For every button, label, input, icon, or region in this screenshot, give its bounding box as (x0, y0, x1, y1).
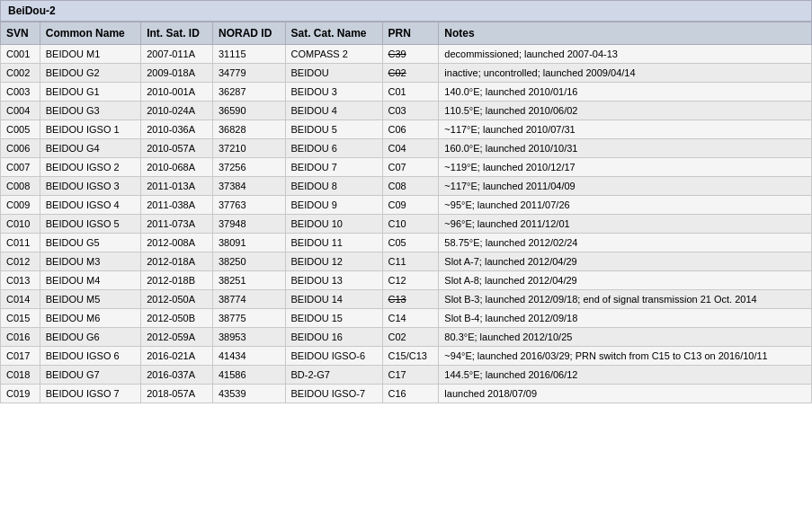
cell-svn: C018 (1, 366, 40, 385)
cell-common-name: BEIDOU IGSO 5 (40, 215, 140, 234)
cell-common-name: BEIDOU M4 (40, 271, 140, 290)
cell-svn: C016 (1, 328, 40, 347)
cell-common-name: BEIDOU M6 (40, 309, 140, 328)
cell-common-name: BEIDOU IGSO 7 (40, 385, 140, 403)
table-row: C017BEIDOU IGSO 62016-021A41434BEIDOU IG… (1, 347, 812, 366)
cell-prn: C02 (382, 328, 439, 347)
cell-svn: C012 (1, 252, 40, 271)
cell-prn: C02 (382, 64, 439, 83)
table-row: C007BEIDOU IGSO 22010-068A37256BEIDOU 7C… (1, 158, 812, 177)
cell-prn: C11 (382, 252, 439, 271)
col-header-norad-id: NORAD ID (212, 22, 285, 45)
cell-prn: C39 (382, 45, 439, 64)
col-header-svn: SVN (1, 22, 40, 45)
cell-sat-cat-name: BEIDOU 15 (285, 309, 382, 328)
satellite-table: SVN Common Name Int. Sat. ID NORAD ID Sa… (0, 22, 812, 403)
cell-sat-cat-name: BEIDOU 14 (285, 290, 382, 309)
cell-svn: C006 (1, 139, 40, 158)
cell-notes: 110.5°E; launched 2010/06/02 (439, 102, 812, 120)
cell-sat-cat-name: BEIDOU IGSO-6 (285, 347, 382, 366)
cell-notes: ~117°E; launched 2011/04/09 (439, 177, 812, 196)
cell-sat-cat-name: BEIDOU 7 (285, 158, 382, 177)
cell-notes: inactive; uncontrolled; launched 2009/04… (439, 64, 812, 83)
cell-svn: C011 (1, 234, 40, 252)
col-header-int-sat-id: Int. Sat. ID (141, 22, 213, 45)
cell-norad-id: 41586 (212, 366, 285, 385)
cell-svn: C019 (1, 385, 40, 403)
cell-int-sat-id: 2012-018B (141, 271, 213, 290)
cell-int-sat-id: 2010-001A (141, 83, 213, 102)
cell-svn: C010 (1, 215, 40, 234)
cell-notes: ~96°E; launched 2011/12/01 (439, 215, 812, 234)
table-row: C008BEIDOU IGSO 32011-013A37384BEIDOU 8C… (1, 177, 812, 196)
cell-common-name: BEIDOU G6 (40, 328, 140, 347)
cell-common-name: BEIDOU M5 (40, 290, 140, 309)
cell-int-sat-id: 2007-011A (141, 45, 213, 64)
cell-norad-id: 36828 (212, 120, 285, 139)
table-header-row: SVN Common Name Int. Sat. ID NORAD ID Sa… (1, 22, 812, 45)
window-title: BeiDou-2 (0, 0, 812, 22)
cell-prn: C15/C13 (382, 347, 439, 366)
table-row: C001BEIDOU M12007-011A31115COMPASS 2C39d… (1, 45, 812, 64)
cell-notes: Slot A-8; launched 2012/04/29 (439, 271, 812, 290)
cell-notes: ~117°E; launched 2010/07/31 (439, 120, 812, 139)
cell-int-sat-id: 2010-057A (141, 139, 213, 158)
cell-svn: C002 (1, 64, 40, 83)
cell-prn: C17 (382, 366, 439, 385)
cell-common-name: BEIDOU G3 (40, 102, 140, 120)
cell-norad-id: 31115 (212, 45, 285, 64)
cell-common-name: BEIDOU IGSO 6 (40, 347, 140, 366)
cell-svn: C013 (1, 271, 40, 290)
cell-int-sat-id: 2009-018A (141, 64, 213, 83)
cell-notes: 80.3°E; launched 2012/10/25 (439, 328, 812, 347)
cell-norad-id: 38953 (212, 328, 285, 347)
cell-sat-cat-name: BEIDOU 9 (285, 196, 382, 215)
cell-svn: C007 (1, 158, 40, 177)
col-header-prn: PRN (382, 22, 439, 45)
cell-notes: 144.5°E; launched 2016/06/12 (439, 366, 812, 385)
cell-common-name: BEIDOU G7 (40, 366, 140, 385)
cell-sat-cat-name: BEIDOU 3 (285, 83, 382, 102)
cell-prn: C16 (382, 385, 439, 403)
cell-prn: C04 (382, 139, 439, 158)
cell-notes: 160.0°E; launched 2010/10/31 (439, 139, 812, 158)
cell-norad-id: 38774 (212, 290, 285, 309)
cell-sat-cat-name: BEIDOU IGSO-7 (285, 385, 382, 403)
cell-svn: C008 (1, 177, 40, 196)
cell-common-name: BEIDOU IGSO 1 (40, 120, 140, 139)
table-row: C018BEIDOU G72016-037A41586BD-2-G7C17144… (1, 366, 812, 385)
cell-int-sat-id: 2012-008A (141, 234, 213, 252)
cell-norad-id: 38091 (212, 234, 285, 252)
cell-sat-cat-name: BEIDOU 16 (285, 328, 382, 347)
cell-svn: C009 (1, 196, 40, 215)
table-row: C016BEIDOU G62012-059A38953BEIDOU 16C028… (1, 328, 812, 347)
cell-svn: C014 (1, 290, 40, 309)
cell-sat-cat-name: BEIDOU 10 (285, 215, 382, 234)
table-row: C003BEIDOU G12010-001A36287BEIDOU 3C0114… (1, 83, 812, 102)
cell-sat-cat-name: BEIDOU 6 (285, 139, 382, 158)
cell-int-sat-id: 2016-037A (141, 366, 213, 385)
cell-prn: C01 (382, 83, 439, 102)
cell-svn: C015 (1, 309, 40, 328)
cell-svn: C001 (1, 45, 40, 64)
cell-sat-cat-name: BD-2-G7 (285, 366, 382, 385)
cell-int-sat-id: 2011-013A (141, 177, 213, 196)
col-header-notes: Notes (439, 22, 812, 45)
cell-notes: ~94°E; launched 2016/03/29; PRN switch f… (439, 347, 812, 366)
col-header-common-name: Common Name (40, 22, 140, 45)
cell-notes: decommissioned; launched 2007-04-13 (439, 45, 812, 64)
cell-norad-id: 41434 (212, 347, 285, 366)
cell-prn: C06 (382, 120, 439, 139)
cell-common-name: BEIDOU IGSO 2 (40, 158, 140, 177)
cell-common-name: BEIDOU IGSO 3 (40, 177, 140, 196)
cell-norad-id: 36287 (212, 83, 285, 102)
cell-notes: 140.0°E; launched 2010/01/16 (439, 83, 812, 102)
cell-common-name: BEIDOU G1 (40, 83, 140, 102)
cell-common-name: BEIDOU M1 (40, 45, 140, 64)
cell-int-sat-id: 2010-036A (141, 120, 213, 139)
cell-common-name: BEIDOU G5 (40, 234, 140, 252)
cell-sat-cat-name: BEIDOU 8 (285, 177, 382, 196)
cell-norad-id: 38251 (212, 271, 285, 290)
cell-notes: ~95°E; launched 2011/07/26 (439, 196, 812, 215)
cell-svn: C004 (1, 102, 40, 120)
